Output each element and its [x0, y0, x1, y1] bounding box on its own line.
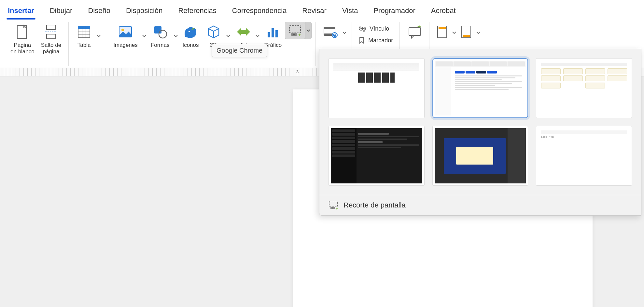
svg-rect-12	[154, 26, 161, 33]
bookmark-button[interactable]: Marcador	[356, 35, 396, 46]
thumbnail-text-editor[interactable]: AJX11528	[536, 126, 632, 186]
images-dropdown[interactable]	[141, 29, 147, 43]
link-icon	[358, 26, 366, 32]
images-button[interactable]: Imágenes	[110, 22, 141, 50]
shapes-dropdown[interactable]	[173, 29, 179, 43]
svg-rect-1	[47, 25, 56, 30]
chevron-down-icon	[174, 35, 178, 37]
bookmark-label: Marcador	[368, 37, 393, 44]
video-icon	[323, 24, 338, 40]
svg-rect-34	[329, 201, 338, 207]
chevron-down-icon	[256, 35, 259, 37]
stickers-icon	[183, 24, 198, 40]
footer-icon	[461, 24, 472, 40]
thumb-preview: AJX11528	[538, 128, 630, 183]
chevron-down-icon	[306, 29, 310, 32]
shapes-button[interactable]: Formas	[147, 22, 173, 50]
smartart-dropdown[interactable]	[254, 29, 261, 43]
3d-dropdown[interactable]	[225, 29, 231, 43]
tab-acrobat[interactable]: Acrobat	[430, 4, 457, 19]
thumbnail-kanban[interactable]	[536, 58, 632, 118]
screen-clipping-button[interactable]: + Recorte de pantalla	[319, 195, 641, 215]
group-illustrations: Imágenes Formas Iconos	[106, 22, 316, 66]
thumbnail-photoshop[interactable]	[432, 126, 528, 186]
screen-clipping-label: Recorte de pantalla	[343, 201, 406, 209]
svg-text:+: +	[417, 25, 421, 30]
group-table: Tabla	[69, 22, 106, 66]
chevron-down-icon	[226, 35, 230, 37]
tab-insertar[interactable]: Insertar	[7, 4, 35, 19]
table-icon	[77, 24, 91, 40]
svg-point-14	[189, 31, 190, 32]
page-break-icon	[45, 24, 58, 40]
text-thumb-content: AJX11528	[541, 136, 554, 139]
svg-rect-18	[289, 26, 301, 33]
online-video-button[interactable]	[320, 22, 341, 44]
page-break-button[interactable]: Salto de página	[38, 22, 64, 57]
tab-correspondencia[interactable]: Correspondencia	[231, 4, 288, 19]
icons-label: Iconos	[182, 42, 199, 48]
svg-rect-5	[78, 26, 90, 29]
header-button[interactable]	[433, 22, 451, 44]
thumbnail-word[interactable]	[329, 58, 425, 118]
bookmark-icon	[358, 37, 365, 44]
comment-button[interactable]: +	[404, 22, 425, 44]
svg-point-36	[332, 207, 333, 208]
footer-button[interactable]	[457, 22, 475, 44]
link-button[interactable]: Vínculo	[356, 23, 396, 34]
tab-referencias[interactable]: Referencias	[177, 4, 217, 19]
thumb-preview	[538, 60, 630, 116]
svg-rect-31	[439, 27, 446, 29]
chevron-down-icon	[343, 32, 346, 34]
video-dropdown[interactable]	[341, 26, 348, 40]
table-button[interactable]: Tabla	[73, 22, 95, 50]
thumb-preview	[331, 128, 422, 183]
blank-page-button[interactable]: Página en blanco	[7, 22, 38, 57]
svg-point-20	[293, 34, 295, 35]
screenshot-dropdown[interactable]	[305, 22, 312, 39]
svg-rect-16	[272, 28, 274, 37]
table-label: Tabla	[77, 42, 91, 48]
tab-programador[interactable]: Programador	[372, 4, 416, 19]
table-dropdown[interactable]	[95, 29, 102, 43]
icons-button[interactable]: Iconos	[179, 22, 202, 50]
ruler-mark: 3	[296, 69, 299, 74]
blank-page-icon	[16, 24, 29, 40]
comment-icon: +	[407, 24, 422, 40]
group-pages: Página en blanco Salto de página	[3, 22, 69, 66]
thumb-preview	[435, 128, 526, 183]
header-dropdown[interactable]	[451, 26, 457, 40]
screenshot-panel: AJX11528 + Recorte de pantalla	[319, 49, 641, 216]
tab-diseno[interactable]: Diseño	[87, 4, 111, 19]
svg-rect-23	[324, 27, 335, 29]
screen-clip-icon: +	[329, 200, 339, 210]
header-icon	[437, 24, 448, 40]
shapes-label: Formas	[151, 42, 170, 48]
tab-dibujar[interactable]: Dibujar	[49, 4, 74, 19]
screenshot-button[interactable]: +	[285, 22, 305, 39]
chevron-down-icon	[97, 35, 101, 37]
images-label: Imágenes	[113, 42, 138, 48]
svg-point-11	[121, 29, 124, 31]
smartart-icon	[236, 24, 250, 40]
camera-icon: +	[288, 25, 301, 36]
tab-revisar[interactable]: Revisar	[301, 4, 328, 19]
svg-rect-2	[47, 34, 56, 39]
shapes-icon	[153, 24, 167, 40]
thumbnail-chrome[interactable]	[432, 58, 528, 118]
thumbnail-dark-chat[interactable]	[329, 126, 425, 186]
svg-rect-17	[275, 30, 278, 37]
tooltip-text: Google Chrome	[217, 47, 262, 54]
thumb-preview	[331, 60, 422, 116]
chevron-down-icon	[476, 32, 480, 34]
svg-point-13	[159, 30, 167, 38]
tab-disposicion[interactable]: Disposición	[125, 4, 164, 19]
ribbon-tabs: Insertar Dibujar Diseño Disposición Refe…	[0, 0, 644, 19]
svg-text:+: +	[336, 207, 338, 210]
chevron-down-icon	[452, 32, 456, 34]
footer-dropdown[interactable]	[475, 26, 482, 40]
picture-icon	[118, 24, 133, 40]
window-thumbnails: AJX11528	[319, 49, 641, 195]
svg-text:+: +	[298, 32, 301, 36]
tab-vista[interactable]: Vista	[341, 4, 359, 19]
